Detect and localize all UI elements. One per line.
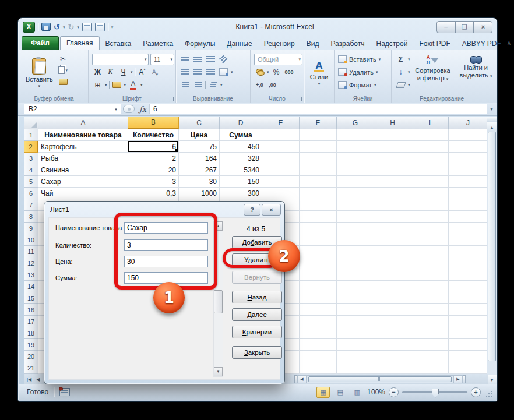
styles-button[interactable]: А Стили ▾ [307,52,332,94]
align-bottom-button[interactable] [205,54,216,64]
decrease-indent-button[interactable] [179,80,191,90]
name-box[interactable]: B2 ▾ [24,104,121,114]
horizontal-scrollbar[interactable]: ◀ ▶ [294,375,466,383]
insert-function-button[interactable]: ƒx [136,104,149,114]
decrease-decimal-button[interactable]: ,00 [267,80,278,90]
cell-I16[interactable] [411,304,449,316]
vertical-split-handle[interactable] [487,117,497,122]
tab-insert[interactable]: Вставка [100,37,138,50]
row-header-11[interactable]: 11 [24,246,38,257]
cell-A5[interactable]: Сахар [38,176,128,188]
col-header-J[interactable]: J [449,117,488,129]
cell-G15[interactable] [337,292,374,304]
orientation-button[interactable] [218,54,229,64]
cell-I20[interactable] [411,351,449,362]
cell-C1[interactable]: Цена [179,129,220,141]
cell-H3[interactable] [374,153,411,164]
cell-D4[interactable]: 5340 [220,164,262,176]
vertical-scrollbar[interactable]: ▲ ▼ [487,117,497,384]
sort-filter-button[interactable]: АЯ Сортировка и фильтр ▾ [411,52,455,94]
font-name-select[interactable]: ▾ [92,54,149,65]
undo-dropdown-icon[interactable]: ▾ [63,25,65,29]
col-header-C[interactable]: C [179,117,220,129]
view-normal-button[interactable]: ▦ [316,387,330,398]
horizontal-scrollbar-thumb[interactable] [308,376,452,382]
cell-J16[interactable] [449,304,488,316]
cell-H10[interactable] [374,234,411,246]
row-header-19[interactable]: 19 [24,339,38,351]
cell-A3[interactable]: Рыба [38,153,128,164]
cell-J7[interactable] [449,199,488,211]
dialog-help-button[interactable]: ? [244,204,260,216]
insert-cells-button[interactable]: Вставить▾ [338,54,390,65]
cell-J13[interactable] [449,269,488,281]
row-header-1[interactable]: 1 [24,129,38,141]
clipboard-dialog-launcher-icon[interactable] [82,97,86,101]
tab-home[interactable]: Главная [60,36,100,50]
cell-I15[interactable] [411,292,449,304]
increase-indent-button[interactable] [192,80,203,90]
cell-B6[interactable]: 0,3 [128,188,179,199]
cell-J17[interactable] [449,316,488,327]
cell-H2[interactable] [374,141,411,153]
format-cells-button[interactable]: Формат▾ [338,79,390,90]
save-icon[interactable] [41,23,51,31]
cell-H15[interactable] [374,292,411,304]
cell-E6[interactable] [262,188,300,199]
cell-I1[interactable] [411,129,449,141]
scroll-left-icon[interactable]: ◀ [297,375,307,383]
cell-I14[interactable] [411,281,449,292]
row-header-12[interactable]: 12 [24,257,38,269]
cell-H8[interactable] [374,211,411,223]
cell-A4[interactable]: Свинина [38,164,128,176]
percent-style-button[interactable]: % [271,67,282,77]
cell-J15[interactable] [449,292,488,304]
excel-logo-icon[interactable]: X [23,22,35,33]
cell-G1[interactable] [337,129,374,141]
dialog-button-criteria[interactable]: Критерии [232,326,282,338]
tab-review[interactable]: Рецензир [258,37,301,50]
col-header-H[interactable]: H [374,117,411,129]
cell-J8[interactable] [449,211,488,223]
cell-I4[interactable] [411,164,449,176]
cell-F19[interactable] [300,339,337,351]
scroll-down-icon[interactable]: ▼ [487,375,497,384]
underline-dropdown-icon[interactable]: ▾ [131,70,133,74]
cell-C5[interactable]: 30 [179,176,220,188]
shrink-font-button[interactable]: А▾ [150,67,161,77]
cell-G11[interactable] [337,246,374,257]
cell-G4[interactable] [337,164,374,176]
row-header-18[interactable]: 18 [24,327,38,339]
dialog-scroll-down-icon[interactable]: ▼ [214,367,223,376]
bold-button[interactable]: Ж [92,67,103,77]
cell-F11[interactable] [300,246,337,257]
cell-J11[interactable] [449,246,488,257]
cell-H1[interactable] [374,129,411,141]
borders-button[interactable]: ⊞ [92,80,103,90]
font-size-select[interactable]: 11▾ [150,54,174,65]
cell-H16[interactable] [374,304,411,316]
cell-I9[interactable] [411,223,449,234]
cell-G12[interactable] [337,257,374,269]
row-header-8[interactable]: 8 [24,211,38,223]
cell-D1[interactable]: Сумма [220,129,262,141]
view-page-break-button[interactable]: ▥ [350,387,364,398]
col-header-B[interactable]: B [128,117,179,129]
align-center-button[interactable] [192,67,203,77]
first-sheet-button[interactable]: |◀ [25,376,33,383]
cell-J21[interactable] [449,362,488,374]
cell-J5[interactable] [449,176,488,188]
cell-G10[interactable] [337,234,374,246]
cell-H6[interactable] [374,188,411,199]
cell-G3[interactable] [337,153,374,164]
redo-dropdown-icon[interactable]: ▾ [77,25,79,29]
collapse-ribbon-icon[interactable]: ∧ [507,40,511,46]
cell-G7[interactable] [337,199,374,211]
col-header-G[interactable]: G [337,117,374,129]
cell-I17[interactable] [411,316,449,327]
zoom-level[interactable]: 100% [367,388,385,396]
tab-layout[interactable]: Разметка [137,37,179,50]
cell-F7[interactable] [300,199,337,211]
cell-H13[interactable] [374,269,411,281]
custom-qat-icon-2[interactable] [95,23,105,31]
